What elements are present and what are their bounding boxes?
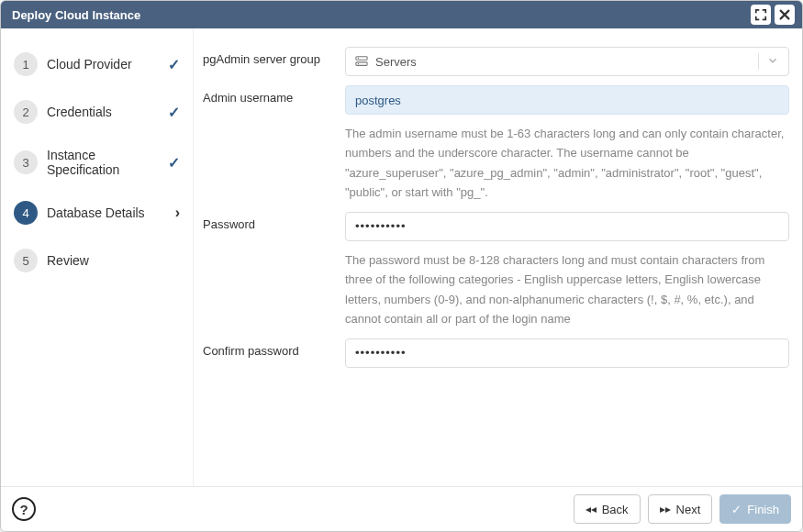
admin-username-help: The admin username must be 1-63 characte… xyxy=(203,120,789,212)
check-icon: ✓ xyxy=(168,154,180,172)
admin-username-value: postgres xyxy=(355,94,401,107)
next-label: Next xyxy=(676,503,701,516)
finish-label: Finish xyxy=(747,503,779,516)
step-review[interactable]: 5 Review xyxy=(10,243,184,278)
expand-icon xyxy=(754,8,767,21)
row-confirm-password: Confirm password xyxy=(203,338,789,368)
step-cloud-provider[interactable]: 1 Cloud Provider ✓ xyxy=(10,47,184,82)
step-number: 5 xyxy=(14,249,38,272)
chevron-right-icon: › xyxy=(175,205,180,221)
step-label: Instance Specification xyxy=(47,148,159,177)
close-button[interactable] xyxy=(775,5,795,25)
row-admin-username: Admin username postgres xyxy=(203,85,789,115)
svg-rect-1 xyxy=(356,62,367,66)
back-label: Back xyxy=(602,503,629,516)
rewind-icon: ◂◂ xyxy=(586,503,597,515)
confirm-password-label: Confirm password xyxy=(203,338,345,358)
step-credentials[interactable]: 2 Credentials ✓ xyxy=(10,94,184,129)
titlebar: Deploy Cloud Instance xyxy=(1,1,802,28)
dialog-footer: ? ◂◂ Back ▸▸ Next ✓ Finish xyxy=(1,486,802,531)
check-icon: ✓ xyxy=(168,104,180,121)
svg-rect-0 xyxy=(356,57,367,61)
step-number: 4 xyxy=(14,201,38,225)
confirm-password-input[interactable] xyxy=(345,338,789,368)
row-server-group: pgAdmin server group Servers xyxy=(203,47,789,76)
server-group-value: Servers xyxy=(375,55,417,69)
step-instance-spec[interactable]: 3 Instance Specification ✓ xyxy=(10,142,184,183)
expand-button[interactable] xyxy=(751,5,771,25)
form-panel: pgAdmin server group Servers xyxy=(194,28,802,486)
help-button[interactable]: ? xyxy=(12,497,36,521)
servers-icon xyxy=(355,55,368,68)
back-button[interactable]: ◂◂ Back xyxy=(574,494,641,524)
help-icon: ? xyxy=(19,502,28,517)
chevron-down-icon xyxy=(766,54,779,70)
step-label: Cloud Provider xyxy=(47,57,159,72)
password-input[interactable] xyxy=(345,212,789,241)
password-label: Password xyxy=(203,212,345,231)
password-help: The password must be 8-128 characters lo… xyxy=(203,247,789,338)
row-password: Password xyxy=(203,212,789,241)
check-icon: ✓ xyxy=(168,56,180,73)
deploy-dialog: Deploy Cloud Instance 1 Cloud Provider ✓… xyxy=(0,0,803,532)
step-number: 3 xyxy=(14,150,38,174)
step-database-details[interactable]: 4 Database Details › xyxy=(10,195,184,230)
dialog-body: 1 Cloud Provider ✓ 2 Credentials ✓ 3 Ins… xyxy=(1,28,802,486)
svg-point-2 xyxy=(358,58,359,59)
finish-button[interactable]: ✓ Finish xyxy=(719,494,791,524)
step-label: Database Details xyxy=(47,205,166,220)
select-separator xyxy=(758,53,759,70)
server-group-label: pgAdmin server group xyxy=(203,47,345,66)
next-button[interactable]: ▸▸ Next xyxy=(648,494,713,524)
step-number: 2 xyxy=(14,100,38,124)
server-group-select[interactable]: Servers xyxy=(345,47,789,76)
forward-icon: ▸▸ xyxy=(660,503,671,515)
wizard-sidebar: 1 Cloud Provider ✓ 2 Credentials ✓ 3 Ins… xyxy=(1,28,194,486)
close-icon xyxy=(778,8,791,21)
step-label: Review xyxy=(47,253,180,268)
step-label: Credentials xyxy=(47,105,159,119)
svg-point-3 xyxy=(358,63,359,64)
step-number: 1 xyxy=(14,52,38,76)
dialog-title: Deploy Cloud Instance xyxy=(12,8,140,22)
check-icon: ✓ xyxy=(731,503,742,516)
admin-username-label: Admin username xyxy=(203,85,345,105)
admin-username-field[interactable]: postgres xyxy=(345,85,789,115)
